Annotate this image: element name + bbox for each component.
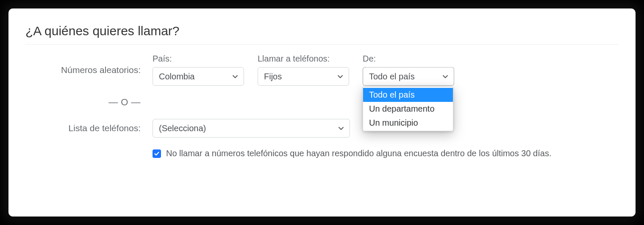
row-or: — O — [25,97,619,108]
select-from[interactable]: Todo el país [363,67,454,86]
field-country: País: Colombia [153,54,244,86]
row-phone-list: Lista de teléfonos: (Selecciona) [25,119,619,138]
dropdown-option-departamento[interactable]: Un departamento [363,102,453,116]
label-from: De: [363,54,454,64]
or-cell: — O — [25,97,153,108]
checkbox-exclude-recent[interactable] [153,149,161,158]
chevron-down-icon [442,73,449,80]
label-country: País: [153,54,244,64]
chevron-down-icon [232,73,239,80]
checkbox-cell: No llamar a números telefónicos que haya… [153,149,619,158]
chevron-down-icon [338,125,344,132]
field-phone-type: Llamar a teléfonos: Fijos [258,54,349,86]
page-title: ¿A quiénes quieres llamar? [25,24,619,38]
label-phone-list: Lista de teléfonos: [25,123,153,133]
select-from-value: Todo el país [369,72,415,82]
chevron-down-icon [337,73,344,80]
row-random-numbers: Números aleatorios: País: Colombia Llama… [25,54,619,86]
select-phone-list-value: (Selecciona) [159,124,206,133]
select-phone-list[interactable]: (Selecciona) [153,119,350,138]
checkbox-exclude-recent-label: No llamar a números telefónicos que haya… [166,149,551,158]
check-icon [154,151,160,157]
checkbox-exclude-recent-wrap[interactable]: No llamar a números telefónicos que haya… [153,149,551,158]
row-exclude-recent: No llamar a números telefónicos que haya… [25,149,619,158]
divider [25,44,619,45]
from-wrap: Todo el país Todo el país Un departament… [363,67,454,86]
card: ¿A quiénes quieres llamar? Números aleat… [8,8,636,217]
dropdown-option-todo-pais[interactable]: Todo el país [363,88,453,102]
field-from: De: Todo el país Todo el país Un departa… [363,54,454,86]
select-country[interactable]: Colombia [153,67,244,86]
or-text: — O — [108,97,141,108]
form-area: Números aleatorios: País: Colombia Llama… [25,54,619,158]
dropdown-option-municipio[interactable]: Un municipio [363,116,453,130]
dropdown-from: Todo el país Un departamento Un municipi… [363,87,453,131]
select-phone-type[interactable]: Fijos [258,67,349,86]
select-country-value: Colombia [159,72,194,82]
label-phone-type: Llamar a teléfonos: [258,54,349,64]
label-random-numbers: Números aleatorios: [25,65,153,75]
select-phone-type-value: Fijos [264,72,282,82]
random-fields: País: Colombia Llamar a teléfonos: Fijos [153,54,619,86]
